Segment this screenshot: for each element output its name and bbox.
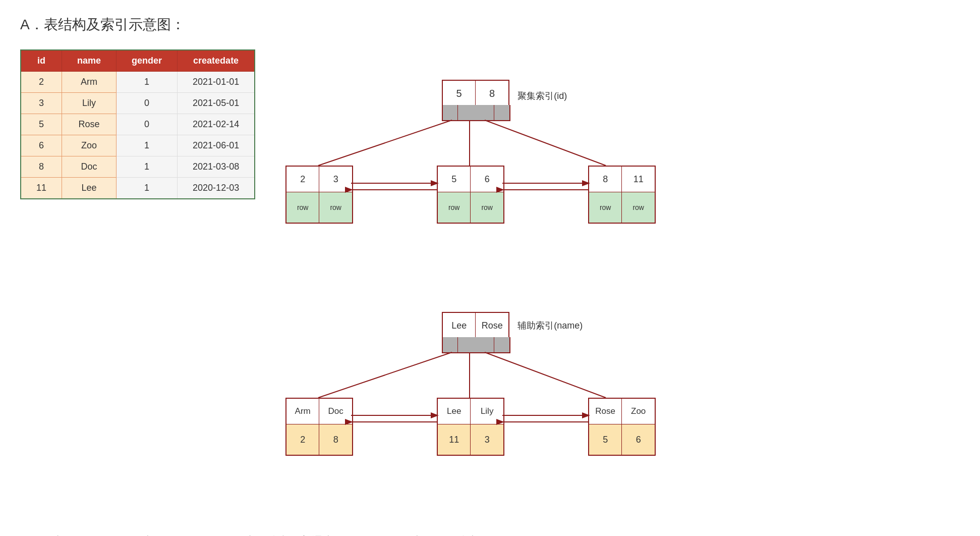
- table-row: 3 Lily 0 2021-05-01: [21, 93, 255, 114]
- svg-line-9: [485, 352, 606, 398]
- clustered-arrows: [285, 49, 739, 292]
- page-title: A．表结构及索引示意图：: [20, 15, 960, 34]
- cell-gender: 1: [117, 72, 178, 93]
- cell-date: 2021-05-01: [178, 93, 255, 114]
- cell-id: 8: [21, 156, 62, 178]
- cell-name: Doc: [62, 156, 117, 178]
- table-row: 11 Lee 1 2020-12-03: [21, 178, 255, 199]
- svg-line-7: [318, 352, 452, 398]
- cell-gender: 0: [117, 93, 178, 114]
- clustered-index-diagram: 5 8 聚集索引(id) 2 3 row row: [285, 49, 739, 292]
- secondary-arrows: [285, 302, 739, 514]
- cell-date: 2021-06-01: [178, 135, 255, 156]
- cell-id: 5: [21, 114, 62, 135]
- cell-name: Zoo: [62, 135, 117, 156]
- main-content: id name gender createdate 2 Arm 1 2021-0…: [20, 49, 960, 514]
- svg-line-0: [318, 120, 452, 166]
- table-row: 8 Doc 1 2021-03-08: [21, 156, 255, 178]
- cell-name: Lily: [62, 93, 117, 114]
- cell-name: Arm: [62, 72, 117, 93]
- cell-id: 3: [21, 93, 62, 114]
- cell-date: 2021-02-14: [178, 114, 255, 135]
- cell-gender: 1: [117, 135, 178, 156]
- col-header-createdate: createdate: [178, 50, 255, 72]
- footer-text: idid是主键，是一个聚集索引。 namename字段建立了普通索引，是一个二级…: [20, 534, 960, 536]
- col-header-gender: gender: [117, 50, 178, 72]
- table-section: id name gender createdate 2 Arm 1 2021-0…: [20, 49, 255, 199]
- cell-gender: 1: [117, 178, 178, 199]
- cell-name: Rose: [62, 114, 117, 135]
- table-row: 6 Zoo 1 2021-06-01: [21, 135, 255, 156]
- cell-id: 6: [21, 135, 62, 156]
- cell-date: 2021-03-08: [178, 156, 255, 178]
- secondary-index-diagram: Lee Rose 辅助索引(name) Arm Doc 2: [285, 302, 739, 514]
- col-header-name: name: [62, 50, 117, 72]
- cell-date: 2021-01-01: [178, 72, 255, 93]
- cell-date: 2020-12-03: [178, 178, 255, 199]
- cell-id: 2: [21, 72, 62, 93]
- table-row: 2 Arm 1 2021-01-01: [21, 72, 255, 93]
- cell-name: Lee: [62, 178, 117, 199]
- data-table: id name gender createdate 2 Arm 1 2021-0…: [20, 49, 255, 199]
- col-header-id: id: [21, 50, 62, 72]
- diagram-section: 5 8 聚集索引(id) 2 3 row row: [285, 49, 960, 514]
- cell-gender: 1: [117, 156, 178, 178]
- svg-line-2: [485, 120, 606, 166]
- cell-gender: 0: [117, 114, 178, 135]
- table-row: 5 Rose 0 2021-02-14: [21, 114, 255, 135]
- cell-id: 11: [21, 178, 62, 199]
